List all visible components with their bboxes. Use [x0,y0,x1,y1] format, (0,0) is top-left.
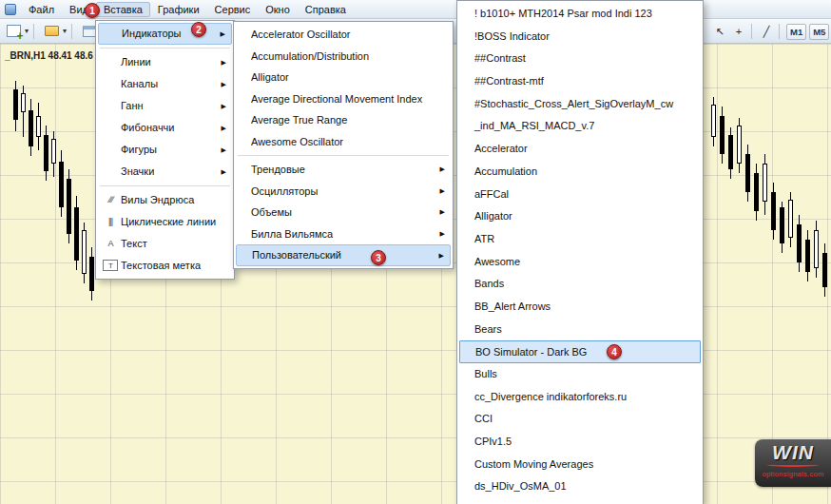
menubar-item-help[interactable]: Справка [298,2,354,17]
step-badge-2: 2 [191,22,206,37]
custom-indicator-item[interactable]: Custom Moving Averages [459,454,701,476]
watermark-logo: WIN optionsignals.com [755,439,831,487]
submenu-arrow-icon: ▶ [440,223,445,245]
profiles-button[interactable] [41,22,62,41]
menu-item-label: Объемы [251,206,292,218]
submenu-arrow-icon: ▶ [222,51,226,73]
candle-body [814,230,819,268]
menu-item-bill-williams-group[interactable]: Билла Вильямса ▶ [236,223,451,245]
custom-indicator-item-bo-simulator[interactable]: BO Simulator - Dark BG [459,340,701,363]
menu-item-label: Awesome [474,256,520,267]
menubar-item-file[interactable]: Файл [21,2,62,17]
menubar-item-charts[interactable]: Графики [150,2,207,17]
menu-item-channels[interactable]: Каналы ▶ [98,73,232,95]
period-button-m5[interactable]: M5 [809,24,829,40]
menu-item-fibonacci[interactable]: Фибоначчи ▶ [98,117,232,139]
custom-indicator-item[interactable]: ##Contrast [459,48,701,70]
menu-item-text[interactable]: A Текст [98,233,232,255]
menu-item-shapes[interactable]: Фигуры ▶ [98,139,232,161]
profiles-dropdown-caret-icon[interactable]: ▾ [63,22,67,41]
custom-indicator-item[interactable]: Accelerator [459,138,701,161]
custom-indicator-item[interactable]: aFFCal [459,184,701,206]
menu-item-adx[interactable]: Average Directional Movement Index [236,88,451,110]
menu-item-indicators[interactable]: Индикаторы ▶ [98,23,232,45]
menu-item-gann[interactable]: Ганн ▶ [98,95,232,117]
candle-body [13,89,18,120]
menu-item-accumulation-distribution[interactable]: Accumulation/Distribution [236,46,451,68]
insert-dropdown-menu: Индикаторы ▶ Линии ▶ Каналы ▶ Ганн ▶ Фиб… [95,20,235,280]
text-icon: A [103,233,118,255]
custom-indicator-item[interactable]: ##Contrast-mtf [459,70,701,93]
custom-indicator-item[interactable]: Stochastic [459,498,701,504]
menu-item-andrews-pitchfork[interactable]: /// Вилы Эндрюса [98,189,232,211]
candle-body [720,116,725,154]
custom-indicator-item[interactable]: _ind_MA_RSI_MACD_v.7 [459,115,701,138]
custom-indicator-item[interactable]: Bears [459,319,701,341]
menu-item-label: Average Directional Movement Index [251,93,422,105]
menu-item-accelerator-oscillator[interactable]: Accelerator Oscillator [236,24,451,46]
menu-item-label: Циклические линии [121,216,216,227]
new-chart-dropdown-caret-icon[interactable]: ▾ [25,22,29,41]
crosshair-tool-icon[interactable]: + [730,23,747,40]
chart-symbol-label: _BRN,H1 48.41 48.6 [5,50,93,61]
toolbar-right-group: ↖ + ╱ M1 M5 M15 [709,19,831,44]
custom-indicator-item[interactable]: CCI [459,408,701,431]
menu-item-label: ##Contrast [474,52,526,64]
menu-item-label: cc_Divergence indikatorforeks.ru [474,391,627,402]
submenu-arrow-icon: ▶ [222,95,226,117]
menu-item-arrows[interactable]: Значки ▶ [98,161,232,183]
new-chart-button[interactable]: + [3,22,24,41]
custom-indicator-item[interactable]: cc_Divergence indikatorforeks.ru [459,386,701,409]
period-button-m1[interactable]: M1 [786,24,806,40]
candle-body [754,173,759,211]
menu-item-trend-group[interactable]: Трендовые ▶ [236,159,451,181]
menu-item-volumes-group[interactable]: Объемы ▶ [236,202,451,223]
menu-item-custom-group[interactable]: Пользовательский ▶ [236,244,451,266]
custom-indicators-submenu: ! b1010+ MTH2014 Psar mod Indi 123 !BOSS… [456,0,704,504]
custom-indicator-item[interactable]: BB_Alert Arrows [459,296,701,319]
trendline-tool-icon[interactable]: ╱ [758,23,775,40]
mt4-window: _BRN,H1 48.41 48.6 WIN optionsignals.com… [0,0,831,504]
menu-item-label: Bulls [474,368,497,379]
menu-item-label: Индикаторы [122,28,182,39]
custom-indicator-item[interactable]: ! b1010+ MTH2014 Psar mod Indi 123 [459,3,701,26]
menu-item-label: BO Simulator - Dark BG [475,346,587,358]
menubar-item-window[interactable]: Окно [258,2,298,17]
watermark-title: WIN [755,439,831,465]
menu-item-cycle-lines[interactable]: ||| Циклические линии [98,211,232,233]
custom-indicator-item[interactable]: Awesome [459,251,701,274]
menu-item-label: Awesome Oscillator [251,136,343,147]
custom-indicator-item[interactable]: CPIv1.5 [459,431,701,454]
custom-indicator-item[interactable]: Bands [459,273,701,296]
submenu-arrow-icon: ▶ [222,117,226,139]
menu-item-label: Билла Вильямса [251,228,333,240]
menu-item-text-label[interactable]: T Текстовая метка [98,255,232,277]
menu-item-average-true-range[interactable]: Average True Range [236,109,451,131]
menu-item-label: Текст [121,238,147,249]
menubar-item-insert[interactable]: Вставка [96,2,150,17]
submenu-arrow-icon: ▶ [222,73,226,95]
menu-bar: Файл Вид Вставка Графики Сервис Окно Спр… [0,0,831,19]
menu-item-label: ##Contrast-mtf [474,75,544,87]
menu-item-label: _ind_MA_RSI_MACD_v.7 [474,120,594,131]
custom-indicator-item[interactable]: ATR [459,228,701,251]
candle-body [74,207,79,261]
candle-body [771,192,776,230]
indicators-submenu: Accelerator Oscillator Accumulation/Dist… [233,21,454,269]
cursor-tool-icon[interactable]: ↖ [711,23,728,40]
menu-item-alligator[interactable]: Alligator [236,67,451,88]
custom-indicator-item[interactable]: ds_HDiv_OsMA_01 [459,475,701,498]
menubar-item-tools[interactable]: Сервис [207,2,259,17]
menu-item-awesome-oscillator[interactable]: Awesome Oscillator [236,131,451,153]
menu-item-label: CPIv1.5 [474,436,512,447]
menu-item-lines[interactable]: Линии ▶ [98,51,232,73]
custom-indicator-item[interactable]: Bulls [459,363,701,386]
new-chart-icon: + [7,25,21,37]
toolbar-separator [71,24,72,39]
custom-indicator-item[interactable]: #Stochastic_Cross_Alert_SigOverlayM_cw [459,93,701,116]
custom-indicator-item[interactable]: !BOSS Indicator [459,26,701,48]
menu-item-oscillators-group[interactable]: Осцилляторы ▶ [236,181,451,203]
custom-indicator-item[interactable]: Alligator [459,205,701,228]
custom-indicator-item[interactable]: Accumulation [459,161,701,184]
candle-body [805,240,810,272]
